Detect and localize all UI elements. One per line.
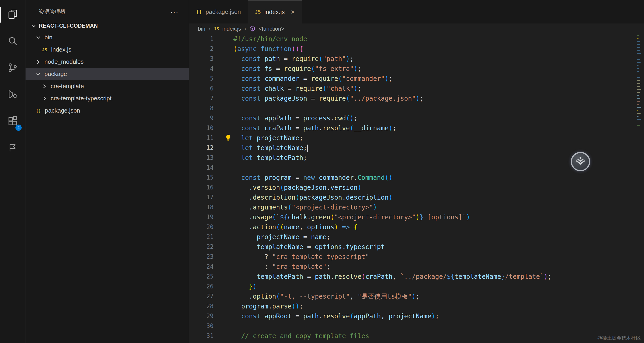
code-line[interactable]: 10 const craPath = path.resolve(__dirnam… [189, 123, 638, 133]
code-line[interactable]: 21 projectName = name; [189, 232, 638, 242]
tab-package-json[interactable]: {} package.json [189, 0, 248, 24]
line-number: 3 [189, 54, 222, 64]
run-debug-button[interactable] [0, 82, 25, 108]
line-number: 25 [189, 272, 222, 282]
code-line[interactable]: 7 const packageJson = require("../packag… [189, 94, 638, 103]
code-line[interactable]: 11 let projectName; [189, 133, 638, 143]
chevron-right-icon [41, 96, 48, 102]
tab-label: index.js [264, 8, 285, 16]
line-number: 5 [189, 74, 222, 84]
code-line[interactable]: 31 // create and copy template files [189, 331, 638, 341]
section-label: REACT-CLI-CODEMAN [39, 23, 98, 29]
more-actions-button[interactable]: ··· [170, 10, 178, 13]
code-line[interactable]: 18 .arguments("<project-directory>") [189, 202, 638, 212]
tree-item-package[interactable]: package [26, 68, 189, 80]
code-line[interactable]: 6 const chalk = require("chalk"); [189, 84, 638, 94]
line-number: 15 [189, 173, 222, 182]
line-number: 17 [189, 192, 222, 202]
code-line[interactable]: 3 const path = require("path"); [189, 54, 638, 64]
chevron-right-icon [35, 59, 42, 65]
line-number: 18 [189, 202, 222, 212]
code-line[interactable]: 23 ? "cra-template-typescript" [189, 252, 638, 262]
file-tree: bin JS index.js node_modules package cra… [26, 31, 189, 117]
chevron-separator: › [208, 25, 210, 32]
workspace-section-header[interactable]: REACT-CLI-CODEMAN [26, 20, 189, 31]
tree-item-label: cra-template [51, 83, 84, 90]
line-number: 2 [189, 44, 222, 54]
run-debug-icon [7, 89, 18, 100]
tree-item-package-json[interactable]: {} package.json [26, 104, 189, 117]
tree-item-bin[interactable]: bin [26, 31, 189, 44]
breadcrumb-function[interactable]: <function> [258, 26, 284, 32]
code-line[interactable]: 12 let templateName; [189, 143, 638, 153]
code-line[interactable]: 19 .usage(`${chalk.green("<project-direc… [189, 212, 638, 222]
watermark-text: @稀土掘金技术社区 [597, 335, 641, 341]
line-number: 26 [189, 282, 222, 292]
code-line[interactable]: 25 templatePath = path.resolve(craPath, … [189, 272, 638, 282]
line-number: 11 [189, 133, 222, 143]
breadcrumb-index-js[interactable]: index.js [222, 26, 241, 32]
line-number: 30 [189, 321, 222, 331]
code-line[interactable]: 9 const appPath = process.cwd(); [189, 113, 638, 123]
code-line[interactable]: 17 .description(packageJson.description) [189, 192, 638, 202]
explorer-sidebar: 资源管理器 ··· REACT-CLI-CODEMAN bin JS index… [26, 0, 189, 343]
code-line[interactable]: 8 [189, 103, 638, 113]
code-line[interactable]: 30 [189, 321, 638, 331]
explorer-button[interactable] [0, 2, 25, 28]
line-number: 6 [189, 84, 222, 94]
tree-item-label: cra-template-typescript [51, 95, 112, 102]
symbol-function-icon [250, 26, 255, 32]
tab-index-js[interactable]: JS index.js × [248, 0, 302, 24]
chevron-down-icon [35, 34, 42, 40]
json-file-icon: {} [35, 108, 42, 113]
line-number: 28 [189, 301, 222, 311]
search-icon [7, 36, 18, 47]
code-line[interactable]: 4 const fs = require("fs-extra"); [189, 64, 638, 74]
code-line[interactable]: 27 .option("-t, --typescript", "是否使用ts模板… [189, 292, 638, 301]
line-number: 1 [189, 34, 222, 44]
code-line[interactable]: 14 [189, 163, 638, 173]
tree-item-index-js[interactable]: JS index.js [26, 44, 189, 56]
search-button[interactable] [0, 28, 25, 55]
line-number: 14 [189, 163, 222, 173]
extensions-button[interactable]: 2 [0, 108, 25, 135]
line-number: 23 [189, 252, 222, 262]
code-lines[interactable]: 1#!/usr/bin/env node2(async function(){3… [189, 34, 638, 343]
chevron-right-icon [41, 83, 48, 89]
code-line[interactable]: 20 .action((name, options) => { [189, 222, 638, 232]
code-line[interactable]: 22 templateName = options.typescript [189, 242, 638, 252]
close-icon[interactable]: × [291, 8, 295, 16]
code-line[interactable]: 1#!/usr/bin/env node [189, 34, 638, 44]
source-control-icon [7, 62, 18, 74]
juejin-logo-icon [575, 156, 586, 167]
chevron-down-icon [30, 23, 37, 29]
line-number: 9 [189, 113, 222, 123]
tree-item-cra-template-typescript[interactable]: cra-template-typescript [26, 92, 189, 104]
line-number: 7 [189, 94, 222, 103]
code-line[interactable]: 15 const program = new commander.Command… [189, 173, 638, 182]
code-line[interactable]: 24 : "cra-template"; [189, 262, 638, 272]
code-line[interactable]: 13 let templatePath; [189, 153, 638, 163]
source-control-button[interactable] [0, 55, 25, 82]
minimap[interactable] [637, 35, 642, 128]
code-line[interactable]: 28 program.parse(); [189, 301, 638, 311]
custom-extension-button[interactable] [0, 135, 25, 162]
code-line[interactable]: 5 const commander = require("commander")… [189, 74, 638, 84]
tree-item-cra-template[interactable]: cra-template [26, 80, 189, 92]
sidebar-title: 资源管理器 [39, 8, 65, 16]
line-number: 12 [189, 143, 222, 153]
code-line[interactable]: 2(async function(){ [189, 44, 638, 54]
js-file-icon: JS [214, 26, 219, 31]
code-line[interactable]: 29 const appRoot = path.resolve(appPath,… [189, 311, 638, 321]
tree-item-node-modules[interactable]: node_modules [26, 56, 189, 68]
line-number: 21 [189, 232, 222, 242]
line-number: 20 [189, 222, 222, 232]
code-line[interactable]: 26 }) [189, 282, 638, 292]
tree-item-label: index.js [51, 46, 71, 53]
code-line[interactable]: 16 .version(packageJson.version) [189, 182, 638, 192]
breadcrumb-bin[interactable]: bin [198, 26, 205, 32]
line-number: 8 [189, 103, 222, 113]
text-cursor [307, 144, 308, 152]
line-number: 19 [189, 212, 222, 222]
flag-icon [7, 142, 18, 154]
